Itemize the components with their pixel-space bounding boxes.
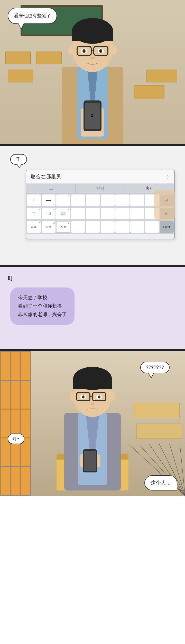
bubble-3-text: 今天去了学校，看到了一个和你长得非常像的老师，兴奋了 xyxy=(18,295,67,317)
key-empty-7[interactable] xyxy=(115,194,130,206)
desk xyxy=(8,70,33,82)
ding-text-2: 叮 xyxy=(8,275,13,282)
locker-4 xyxy=(1,381,10,409)
svg-rect-40 xyxy=(84,451,96,471)
svg-rect-27 xyxy=(73,378,112,389)
teacher-figure: 📱 xyxy=(36,10,149,144)
key-r3-6[interactable] xyxy=(101,208,115,219)
key-empty-5[interactable] xyxy=(86,194,100,206)
svg-rect-5 xyxy=(72,31,113,41)
message-bar: 那么在哪里见 ☺ xyxy=(26,170,174,184)
key-r4-9[interactable] xyxy=(145,221,159,233)
panel-3: 叮 今天去了学校，看到了一个和你长得非常像的老师，兴奋了 xyxy=(0,267,185,349)
keyboard-row-2[interactable]: ㄱ4 ㄴ25 CE6 ▶ xyxy=(26,207,174,220)
svg-line-46 xyxy=(180,444,185,496)
keyboard-bottom-hint xyxy=(26,234,174,239)
key-r3-8[interactable] xyxy=(130,208,144,219)
svg-point-14 xyxy=(99,49,102,53)
keyboard-suggest-bar[interactable]: 그 안녕 혹시 xyxy=(26,184,174,193)
svg-point-35 xyxy=(82,395,85,399)
keyboard-row-1[interactable]: · — 3 ◀ xyxy=(26,193,174,207)
key-empty-8[interactable] xyxy=(130,194,144,206)
key-ce[interactable]: CE6 xyxy=(56,208,70,219)
ding-text-4: 叮~ xyxy=(13,436,19,441)
question-text: ??????? xyxy=(146,365,164,370)
key-r3-7[interactable] xyxy=(115,208,130,219)
svg-point-7 xyxy=(109,45,117,55)
svg-text:📱: 📱 xyxy=(90,114,95,118)
locker-7 xyxy=(1,409,10,438)
key-empty-3[interactable]: 3 xyxy=(56,194,70,206)
svg-point-6 xyxy=(68,45,76,55)
speech-bubble-3: 今天去了学校，看到了一个和你长得非常像的老师，兴奋了 xyxy=(10,287,75,325)
bubble-1-text: 看来他也有些慌了 xyxy=(14,13,51,18)
key-empty-6[interactable] xyxy=(101,194,115,206)
locker-15 xyxy=(21,467,30,495)
bubble-bottom-text: 这个人… xyxy=(151,480,171,486)
svg-point-29 xyxy=(108,392,115,401)
desk xyxy=(5,52,31,64)
desk-right-2 xyxy=(136,423,182,439)
key-r4-8[interactable] xyxy=(130,221,144,233)
locker-2 xyxy=(11,352,20,380)
locker-6 xyxy=(21,381,30,409)
lockers xyxy=(0,351,31,496)
phone-screen: 那么在哪里见 ☺ 그 안녕 혹시 · — 3 ◀ ㄱ4 ㄴ25 CE6 xyxy=(26,170,175,239)
panel-1: 看来他也有些慌了 📱 xyxy=(0,0,185,144)
keyboard-row-3[interactable]: ㄹㅍ7 ㅅ ㅎ8 ㅈ ㅊ9 Enter xyxy=(26,220,174,234)
panel-4: ??????? 叮~ xyxy=(0,351,185,496)
panel-2: 叮~ 那么在哪里见 ☺ 그 안녕 혹시 · — 3 ◀ xyxy=(0,146,185,265)
key-r3-5[interactable] xyxy=(86,208,100,219)
key-na[interactable]: ㄴ25 xyxy=(42,208,56,219)
suggest-item-1[interactable]: 그 xyxy=(26,184,76,193)
hand-hint xyxy=(154,190,175,221)
key-dash[interactable]: — xyxy=(42,194,56,206)
key-sh[interactable]: ㅅ ㅎ8 xyxy=(42,221,56,233)
key-r4-5[interactable] xyxy=(86,221,100,233)
desk-right xyxy=(134,403,180,418)
svg-point-15 xyxy=(90,57,95,59)
key-r4-7[interactable] xyxy=(115,221,130,233)
key-enter[interactable]: Enter xyxy=(160,221,174,233)
suggest-item-2[interactable]: 안녕 xyxy=(76,184,125,193)
svg-point-13 xyxy=(82,49,86,53)
speech-bubble-ding-4: 叮~ xyxy=(8,434,24,444)
ding-text-1: 叮~ xyxy=(15,157,22,161)
key-ga[interactable]: ㄱ4 xyxy=(27,208,41,219)
locker-10 xyxy=(1,438,10,467)
panel-divider-3 xyxy=(0,349,185,351)
speech-bubble-bottom: 这个人… xyxy=(144,475,177,490)
svg-point-28 xyxy=(70,392,77,401)
key-r4-6[interactable] xyxy=(101,221,115,233)
speech-bubble-question: ??????? xyxy=(140,362,170,373)
message-text: 那么在哪里见 xyxy=(30,173,162,180)
key-empty-4[interactable] xyxy=(71,194,85,206)
ding-bubble-1: 叮~ xyxy=(10,154,27,165)
locker-1 xyxy=(1,352,10,380)
locker-5 xyxy=(11,381,20,409)
key-r3-4[interactable] xyxy=(71,208,85,219)
key-rp[interactable]: ㄹㅍ7 xyxy=(27,221,41,233)
locker-9 xyxy=(21,409,30,438)
locker-14 xyxy=(11,467,20,495)
locker-3 xyxy=(21,352,30,380)
desk xyxy=(146,70,177,82)
locker-13 xyxy=(1,467,10,495)
emoji-icon: ☺ xyxy=(165,174,170,180)
speech-bubble-1: 看来他也有些慌了 xyxy=(8,8,57,24)
key-r4-4[interactable] xyxy=(71,221,85,233)
panel-divider-2 xyxy=(0,265,185,267)
key-jc[interactable]: ㅈ ㅊ9 xyxy=(56,221,70,233)
svg-point-36 xyxy=(98,395,100,399)
panel-divider-1 xyxy=(0,144,185,146)
key-dot[interactable]: · xyxy=(27,194,41,206)
svg-point-37 xyxy=(91,403,94,405)
